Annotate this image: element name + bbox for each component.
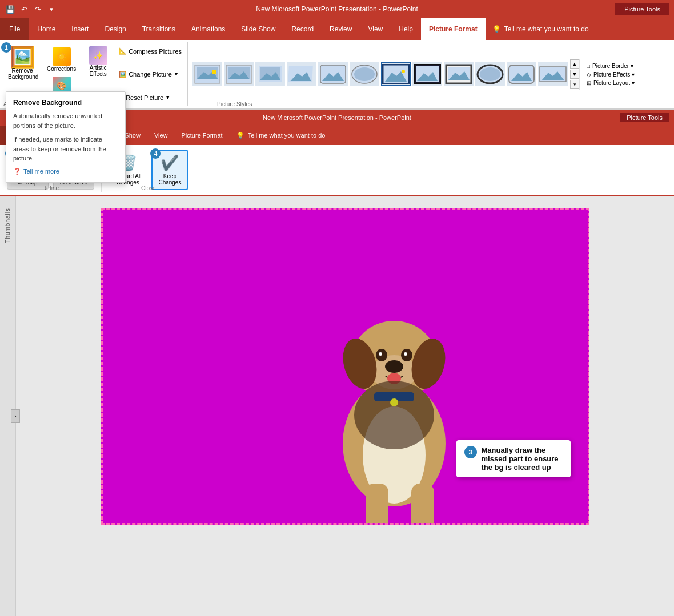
slide-canvas[interactable]: 3 Manually draw the missed part to ensur… — [101, 208, 589, 525]
style-thumb-2[interactable] — [224, 62, 254, 86]
slide-svg — [103, 210, 589, 525]
corrections-label: Corrections — [47, 66, 76, 72]
menu-slideshow[interactable]: Slide Show — [233, 18, 283, 40]
second-picture-tools-label: Picture Tools — [627, 114, 663, 121]
style-thumb-11[interactable] — [507, 62, 536, 86]
style-scroll-buttons: ▲ ▼ ▾ — [570, 59, 579, 89]
customize-button[interactable]: ▼ — [46, 3, 57, 15]
compress-pictures-button[interactable]: 📐 Compress Pictures — [117, 47, 184, 55]
style-thumb-6[interactable] — [350, 62, 379, 86]
change-picture-label: Change Picture — [129, 71, 172, 78]
second-window-title: New Microsoft PowerPoint Presentation - … — [263, 114, 411, 121]
picture-tools-tab: Picture Tools — [615, 3, 669, 15]
style-thumb-1[interactable] — [192, 62, 222, 86]
menu-bar: File Home Insert Design Transitions Anim… — [0, 18, 674, 40]
thumbnails-toggle-button[interactable]: › — [11, 409, 20, 423]
artistic-effects-icon: ✨ — [89, 46, 107, 65]
tooltip-popup: Remove Background Automatically remove u… — [6, 91, 126, 183]
undo-button[interactable]: ↶ — [18, 3, 30, 15]
remove-bg-label: RemoveBackground — [8, 67, 37, 80]
style-thumb-7[interactable] — [381, 62, 411, 86]
reset-picture-label: Reset Picture — [126, 94, 163, 101]
effects-label: Picture Effects ▾ — [593, 71, 635, 78]
menu-file[interactable]: File — [0, 18, 29, 40]
main-content-area: › Thumbnails — [0, 196, 674, 616]
style-thumb-10[interactable] — [475, 62, 505, 86]
lightbulb-icon: 💡 — [492, 25, 501, 33]
thumbnails-label: Thumbnails — [5, 208, 11, 243]
style-scroll-down[interactable]: ▼ — [570, 70, 579, 79]
slide-area: 3 Manually draw the missed part to ensur… — [16, 196, 674, 616]
second-menu-picture-format[interactable]: Picture Format — [175, 126, 230, 145]
second-title-text: New Microsoft PowerPoint Presentation - … — [263, 114, 411, 121]
border-icon: □ — [587, 63, 590, 69]
reset-picture-button[interactable]: ↺ Reset Picture ▼ — [117, 93, 184, 102]
change-picture-button[interactable]: 🖼️ Change Picture ▼ — [117, 70, 184, 79]
layout-icon: ⊞ — [587, 80, 591, 86]
tooltip-title: Remove Background — [13, 99, 118, 107]
menu-insert[interactable]: Insert — [63, 18, 97, 40]
second-tell-me-input[interactable]: Tell me what you want to do — [248, 132, 326, 139]
picture-styles-label: Picture Styles — [217, 101, 252, 107]
menu-home[interactable]: Home — [29, 18, 63, 40]
keep-changes-label: KeepChanges — [158, 173, 181, 186]
step1-badge: 1 — [1, 42, 11, 53]
style-scroll-more[interactable]: ▾ — [570, 80, 579, 89]
menu-record[interactable]: Record — [283, 18, 322, 40]
change-pic-icon: 🖼️ — [119, 71, 127, 78]
corrections-button[interactable]: ☀️ Corrections — [43, 46, 79, 74]
svg-point-47 — [354, 381, 434, 449]
style-thumb-8[interactable] — [412, 62, 442, 86]
menu-view[interactable]: View — [360, 18, 391, 40]
step4-badge: 4 — [150, 148, 161, 159]
menu-design[interactable]: Design — [97, 18, 134, 40]
style-thumb-12[interactable] — [538, 62, 568, 86]
tell-me-more-label: Tell me more — [23, 168, 59, 175]
picture-layout-button[interactable]: ⊞ Picture Layout ▾ — [584, 79, 637, 87]
refine-label: Refine — [42, 185, 59, 191]
menu-animations[interactable]: Animations — [183, 18, 233, 40]
tell-me-more-link[interactable]: ❓ Tell me more — [13, 168, 118, 175]
second-menu-view[interactable]: View — [147, 126, 175, 145]
menu-transitions[interactable]: Transitions — [134, 18, 183, 40]
style-scroll-up[interactable]: ▲ — [570, 59, 579, 69]
svg-point-26 — [480, 67, 500, 81]
adjust-small-buttons: 📐 Compress Pictures 🖼️ Change Picture ▼ … — [117, 45, 184, 104]
svg-point-49 — [390, 398, 398, 406]
menu-help[interactable]: Help — [391, 18, 421, 40]
svg-point-38 — [379, 352, 382, 356]
tell-me-input[interactable]: Tell me what you want to do — [504, 25, 589, 33]
layout-label: Picture Layout ▾ — [593, 80, 635, 86]
style-thumb-5[interactable] — [318, 62, 348, 86]
second-lightbulb-icon: 💡 — [236, 132, 244, 139]
window-title: New Microsoft PowerPoint Presentation - … — [256, 5, 418, 13]
svg-point-35 — [385, 360, 403, 373]
svg-point-3 — [212, 70, 216, 74]
svg-rect-44 — [411, 484, 434, 525]
save-button[interactable]: 💾 — [5, 3, 16, 15]
picture-tools-label: Picture Tools — [624, 6, 660, 13]
title-bar: 💾 ↶ ↷ ▼ New Microsoft PowerPoint Present… — [0, 0, 674, 18]
redo-button[interactable]: ↷ — [32, 3, 43, 15]
reset-dropdown: ▼ — [165, 95, 170, 100]
top-ribbon: 💾 ↶ ↷ ▼ New Microsoft PowerPoint Present… — [0, 0, 674, 110]
tooltip-line1: Automatically remove unwanted portions o… — [13, 111, 118, 130]
corrections-icon: ☀️ — [53, 47, 71, 66]
picture-border-button[interactable]: □ Picture Border ▾ — [584, 62, 637, 70]
annotation-text: Manually draw the missed part to ensure … — [482, 446, 563, 472]
change-pic-dropdown: ▼ — [174, 71, 179, 77]
picture-effects-button[interactable]: ◇ Picture Effects ▾ — [584, 70, 637, 79]
style-thumb-9[interactable] — [444, 62, 474, 86]
effects-icon: ◇ — [587, 71, 591, 78]
picture-tools-buttons: □ Picture Border ▾ ◇ Picture Effects ▾ ⊞… — [579, 59, 642, 90]
keep-changes-button[interactable]: 4 ✔️ KeepChanges — [151, 150, 188, 190]
svg-point-39 — [404, 352, 407, 356]
picture-styles-area: ▲ ▼ ▾ □ Picture Border ▾ ◇ Picture Effec… — [188, 42, 674, 106]
style-thumb-4[interactable] — [287, 62, 316, 86]
compress-icon: 📐 — [119, 47, 127, 55]
menu-review[interactable]: Review — [322, 18, 360, 40]
style-thumb-3[interactable] — [255, 62, 285, 86]
question-icon: ❓ — [13, 168, 21, 175]
tooltip-line2: If needed, use marks to indicate areas t… — [13, 135, 118, 163]
menu-picture-format[interactable]: Picture Format — [421, 18, 486, 40]
